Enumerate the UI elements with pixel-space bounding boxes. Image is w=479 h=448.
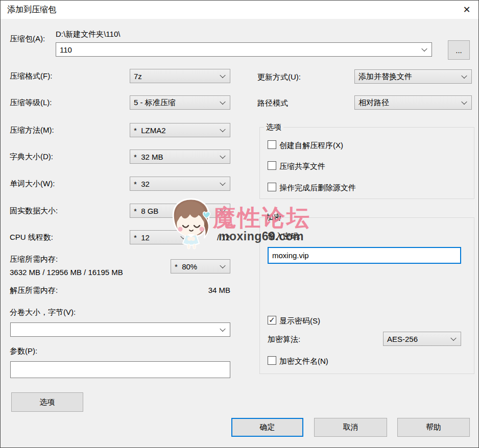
chevron-down-icon: [220, 180, 225, 186]
chevron-down-icon: [220, 72, 225, 78]
decompress-memory-value: 34 MB: [201, 286, 230, 294]
chevron-down-icon: [220, 263, 225, 268]
dialog-title: 添加到压缩包: [7, 5, 56, 15]
compress-memory-label: 压缩所需内存:: [10, 255, 58, 264]
create-sfx-label: 创建自解压程序(X): [279, 141, 343, 151]
cpu-threads-value: * 12: [134, 233, 150, 242]
chevron-down-icon: [461, 73, 467, 79]
options-group-title: 选项: [264, 122, 283, 132]
ok-button[interactable]: 确定: [231, 418, 303, 437]
archive-name-value: 110: [60, 45, 72, 54]
chevron-down-icon: [450, 335, 456, 341]
chevron-down-icon: [220, 153, 225, 159]
memory-usage-combobox[interactable]: * 80%: [171, 259, 230, 273]
path-mode-label: 路径模式: [257, 98, 288, 108]
solid-size-label: 固实数据大小:: [10, 206, 58, 216]
method-label: 压缩方法(M):: [10, 126, 54, 135]
dictionary-value: * 32 MB: [134, 153, 163, 161]
decompress-memory-label: 解压所需内存:: [10, 286, 58, 295]
compress-shared-checkbox[interactable]: [268, 161, 276, 170]
delete-after-label: 操作完成后删除源文件: [279, 183, 356, 193]
chevron-down-icon: [220, 99, 225, 105]
word-size-value: * 32: [134, 180, 150, 188]
show-password-label: 显示密码(S): [279, 316, 320, 326]
checkmark-icon: ✓: [269, 315, 275, 324]
browse-button[interactable]: ...: [448, 40, 470, 60]
method-value: * LZMA2: [134, 126, 166, 135]
update-mode-label: 更新方式(U):: [257, 72, 301, 82]
help-button[interactable]: 帮助: [397, 418, 470, 437]
chevron-down-icon: [220, 127, 225, 132]
chevron-down-icon: [421, 46, 427, 52]
dictionary-label: 字典大小(D):: [10, 152, 53, 162]
create-sfx-checkbox[interactable]: [268, 140, 276, 149]
watermark-url: moxing69.com: [219, 230, 304, 243]
encryption-method-label: 加密算法:: [268, 335, 300, 344]
format-combobox[interactable]: 7z: [130, 69, 230, 83]
password-input[interactable]: [268, 247, 461, 264]
compress-memory-values: 3632 MB / 12956 MB / 16195 MB: [10, 268, 123, 277]
word-size-label: 单词大小(W):: [10, 179, 55, 189]
delete-after-checkbox[interactable]: [268, 183, 276, 191]
cancel-button[interactable]: 取消: [314, 418, 387, 437]
level-combobox[interactable]: 5 - 标准压缩: [130, 95, 230, 110]
path-mode-combobox[interactable]: 相对路径: [354, 95, 472, 110]
solid-size-value: * 8 GB: [134, 207, 158, 215]
word-size-combobox[interactable]: * 32: [130, 177, 230, 191]
format-value: 7z: [134, 72, 142, 81]
archive-path: D:\新建文件夹\110\: [56, 30, 120, 39]
encrypt-names-label: 加密文件名(N): [279, 357, 328, 366]
volume-size-combobox[interactable]: [10, 322, 230, 337]
chevron-down-icon: [461, 99, 467, 105]
encryption-method-value: AES-256: [387, 335, 418, 343]
cpu-threads-label: CPU 线程数:: [10, 233, 53, 242]
show-password-checkbox[interactable]: ✓: [268, 316, 276, 325]
parameters-label: 参数(P):: [10, 346, 37, 356]
compress-shared-label: 压缩共享文件: [279, 162, 325, 171]
chevron-down-icon: [220, 326, 225, 332]
update-mode-combobox[interactable]: 添加并替换文件: [354, 69, 472, 84]
encrypt-names-checkbox[interactable]: [268, 356, 276, 365]
title-bar: 添加到压缩包 ✕: [1, 1, 478, 19]
watermark-title: 魔性论坛: [213, 203, 311, 233]
level-value: 5 - 标准压缩: [134, 98, 176, 108]
add-to-archive-dialog: 添加到压缩包 ✕ 压缩包(A): D:\新建文件夹\110\ 110 ... 压…: [0, 0, 479, 448]
method-combobox[interactable]: * LZMA2: [130, 123, 230, 137]
archive-name-combobox[interactable]: 110: [56, 42, 432, 57]
dictionary-combobox[interactable]: * 32 MB: [130, 150, 230, 164]
path-mode-value: 相对路径: [358, 98, 389, 108]
volume-size-label: 分卷大小，字节(V):: [10, 308, 76, 317]
encryption-method-combobox[interactable]: AES-256: [383, 332, 461, 346]
parameters-input[interactable]: [10, 361, 230, 378]
close-icon[interactable]: ✕: [459, 3, 474, 17]
update-mode-value: 添加并替换文件: [358, 72, 412, 82]
archive-label: 压缩包(A):: [10, 34, 45, 44]
level-label: 压缩等级(L):: [10, 98, 52, 108]
memory-usage-value: * 80%: [175, 262, 197, 271]
options-button[interactable]: 选项: [11, 392, 83, 412]
watermark-girl-sticker: [164, 196, 220, 251]
format-label: 压缩格式(F):: [10, 71, 52, 81]
